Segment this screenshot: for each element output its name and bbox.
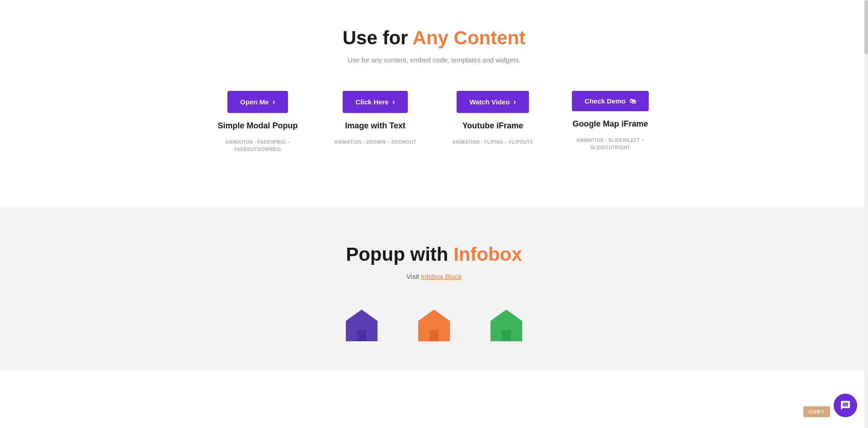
open-me-button[interactable]: Open Me: [227, 91, 288, 113]
card-title-simple-modal: Simple Modal Popup: [217, 121, 297, 131]
watch-video-label: Watch Video: [469, 98, 509, 106]
section-popup-with-infobox: Popup with Infobox Visit Infobox Block: [0, 207, 868, 371]
card-image-with-text: Click Here Image with Text ANIMATION : Z…: [326, 91, 425, 153]
infobox-title-prefix: Popup with: [346, 244, 453, 265]
arrow-icon: [392, 97, 395, 107]
infobox-section-title: Popup with Infobox: [9, 244, 859, 265]
card-title-google-map: Google Map iFrame: [572, 119, 648, 129]
infobox-title-highlight: Infobox: [453, 244, 522, 265]
scrollbar-thumb[interactable]: [864, 0, 868, 54]
click-here-button[interactable]: Click Here: [343, 91, 407, 113]
infobox-icons-row: [9, 307, 859, 343]
house-shape-orange: [416, 307, 452, 343]
card-title-youtube: Youtube iFrame: [462, 121, 524, 131]
infobox-icon-green: [488, 307, 524, 343]
card-simple-modal: Open Me Simple Modal Popup ANIMATION : F…: [208, 91, 307, 153]
scrollbar-track[interactable]: [864, 0, 868, 371]
svg-rect-5: [502, 330, 511, 341]
click-here-label: Click Here: [355, 98, 388, 106]
infobox-icon-purple: [344, 307, 380, 343]
arrow-icon: [514, 97, 516, 107]
infobox-subtitle-prefix: Visit: [406, 273, 421, 280]
card-animation-google-map: ANIMATION : SLIDEINLEFT – SLIDEOUTRIGHT: [561, 137, 660, 151]
svg-rect-1: [357, 330, 366, 341]
arrow-icon: [273, 97, 275, 107]
card-google-map: Check Demo Google Map iFrame ANIMATION :…: [561, 91, 660, 153]
infobox-icon-orange: [416, 307, 452, 343]
section-title: Use for Any Content: [9, 27, 859, 49]
house-shape-green: [488, 307, 524, 343]
card-animation-simple-modal: ANIMATION : FADEUPBIG – FADEOUTDOWNBIG: [226, 139, 290, 153]
title-prefix: Use for: [343, 27, 413, 48]
check-demo-button[interactable]: Check Demo: [572, 91, 649, 111]
section-subtitle: Use for any content, embed code, templat…: [9, 56, 859, 64]
shopping-bag-icon: [629, 97, 636, 105]
svg-rect-3: [429, 330, 439, 341]
check-demo-label: Check Demo: [585, 97, 626, 105]
watch-video-button[interactable]: Watch Video: [457, 91, 528, 113]
card-animation-youtube: ANIMATION : FLIPINX – FLIPOUTX: [453, 139, 533, 146]
house-shape-purple: [344, 307, 380, 343]
title-highlight: Any Content: [413, 27, 526, 48]
open-me-label: Open Me: [240, 98, 269, 106]
card-animation-image-with-text: ANIMATION : ZOOMIN – ZOOMOUT: [334, 139, 416, 146]
section-use-for-any-content: Use for Any Content Use for any content,…: [0, 0, 868, 207]
card-title-image-with-text: Image with Text: [345, 121, 406, 131]
infobox-subtitle: Visit Infobox Block: [9, 273, 859, 280]
infobox-block-link[interactable]: Infobox Block: [421, 273, 462, 280]
card-youtube-iframe: Watch Video Youtube iFrame ANIMATION : F…: [443, 91, 542, 153]
cards-grid: Open Me Simple Modal Popup ANIMATION : F…: [163, 91, 705, 153]
